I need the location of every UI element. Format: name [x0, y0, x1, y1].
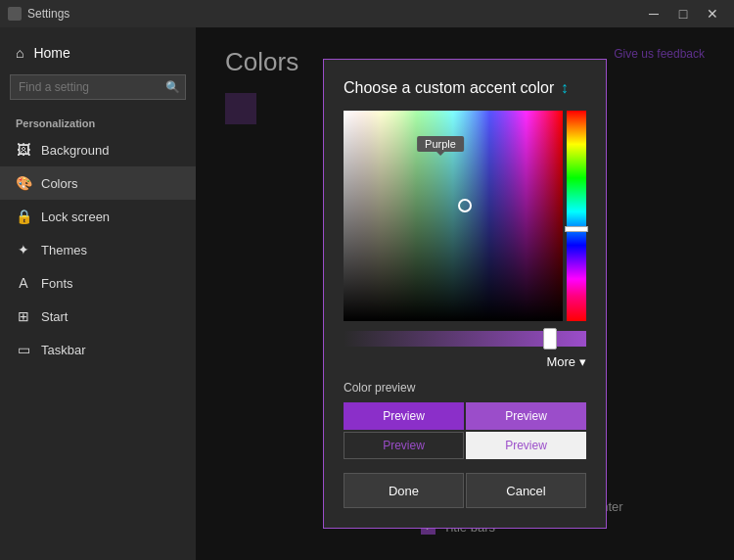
sidebar-item-colors[interactable]: 🎨 Colors [0, 166, 196, 200]
title-bar-controls: ─ □ ✕ [640, 0, 726, 27]
minimize-button[interactable]: ─ [640, 0, 667, 27]
sidebar-item-fonts[interactable]: A Fonts [0, 266, 196, 300]
sidebar-home-item[interactable]: ⌂ Home [0, 35, 196, 70]
color-picker-modal: Choose a custom accent color ↕ Purple [323, 59, 607, 529]
more-button[interactable]: More ▾ [546, 354, 586, 369]
content-area: Colors Give us feedback Choose a custom … [196, 27, 734, 560]
background-icon: 🖼 [16, 142, 31, 158]
preview-grid: Preview Preview Preview Preview [344, 402, 586, 459]
done-button[interactable]: Done [344, 473, 464, 508]
slider-thumb[interactable] [543, 328, 557, 350]
preview-cell-1: Preview [344, 402, 464, 430]
more-row: More ▾ [344, 354, 586, 369]
modal-overlay: Choose a custom accent color ↕ Purple [196, 27, 734, 560]
hue-cursor[interactable] [565, 226, 588, 232]
sidebar-item-taskbar[interactable]: ▭ Taskbar [0, 333, 196, 366]
sidebar-item-taskbar-label: Taskbar [41, 343, 86, 357]
sidebar-item-lock-label: Lock screen [41, 210, 110, 224]
section-label: Personalization [0, 112, 196, 133]
preview-cell-3: Preview [344, 432, 464, 459]
app-body: ⌂ Home 🔍 Personalization 🖼 Background 🎨 … [0, 27, 734, 560]
hue-slider[interactable] [344, 331, 586, 347]
title-bar: Settings ─ □ ✕ [0, 0, 734, 27]
maximize-button[interactable]: □ [669, 0, 697, 27]
close-button[interactable]: ✕ [699, 0, 726, 27]
sidebar-item-background[interactable]: 🖼 Background [0, 133, 196, 166]
settings-icon [8, 7, 22, 21]
search-icon: 🔍 [165, 80, 180, 94]
fonts-icon: A [16, 275, 31, 291]
dialog-buttons: Done Cancel [344, 473, 586, 508]
start-icon: ⊞ [16, 308, 31, 324]
taskbar-icon: ▭ [16, 342, 31, 357]
sidebar-item-fonts-label: Fonts [41, 276, 73, 291]
sidebar-search-container: 🔍 [10, 74, 186, 100]
cancel-button[interactable]: Cancel [466, 473, 586, 508]
cursor-icon: ↕ [561, 79, 569, 97]
sidebar-item-background-label: Background [41, 143, 109, 158]
slider-row [344, 331, 586, 347]
sidebar-item-start-label: Start [41, 309, 68, 324]
sidebar: ⌂ Home 🔍 Personalization 🖼 Background 🎨 … [0, 27, 196, 560]
more-label: More [546, 354, 575, 369]
sidebar-item-start[interactable]: ⊞ Start [0, 300, 196, 333]
themes-icon: ✦ [16, 242, 31, 257]
lock-icon: 🔒 [16, 209, 31, 224]
search-input[interactable] [10, 74, 186, 100]
color-tooltip: Purple [417, 136, 464, 152]
colors-icon: 🎨 [16, 175, 31, 191]
preview-section-label: Color preview [344, 381, 586, 395]
sidebar-item-colors-label: Colors [41, 176, 78, 191]
chevron-down-icon: ▾ [579, 354, 586, 369]
title-bar-left: Settings [8, 7, 69, 21]
sidebar-item-lock-screen[interactable]: 🔒 Lock screen [0, 200, 196, 233]
preview-cell-4: Preview [466, 432, 586, 459]
hue-strip[interactable] [567, 111, 586, 321]
home-label: Home [33, 45, 69, 61]
color-picker-area[interactable]: Purple [344, 111, 586, 321]
modal-title: Choose a custom accent color ↕ [344, 79, 586, 97]
sidebar-item-themes[interactable]: ✦ Themes [0, 233, 196, 266]
preview-cell-2: Preview [466, 402, 586, 430]
modal-title-text: Choose a custom accent color [344, 79, 554, 96]
sidebar-item-themes-label: Themes [41, 243, 87, 257]
title-bar-title: Settings [27, 7, 69, 21]
home-icon: ⌂ [16, 45, 23, 61]
color-cursor[interactable] [458, 199, 472, 212]
